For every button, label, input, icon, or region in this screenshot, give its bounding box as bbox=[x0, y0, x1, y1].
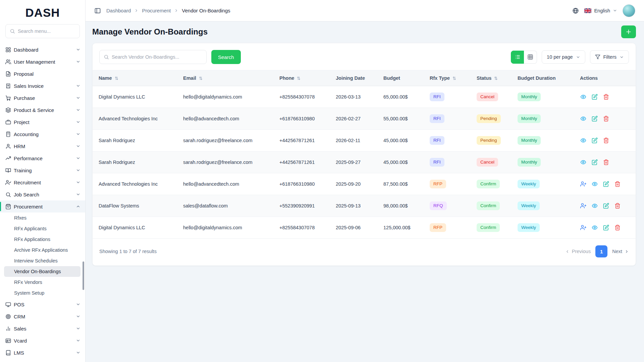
next-page-button[interactable]: Next bbox=[612, 249, 629, 254]
sidebar-item-project[interactable]: Project bbox=[0, 116, 85, 128]
duration-badge: Monthly bbox=[518, 136, 541, 145]
sidebar-item-job-search[interactable]: Job Search bbox=[0, 188, 85, 200]
eye-action-button[interactable] bbox=[591, 181, 598, 187]
sidebar-item-sales[interactable]: Sales bbox=[0, 322, 85, 335]
sidebar-item-system-setup[interactable]: System Setup bbox=[4, 288, 80, 298]
avatar[interactable] bbox=[623, 4, 635, 17]
sidebar-item-lms[interactable]: LMS bbox=[0, 347, 85, 359]
globe-icon[interactable] bbox=[572, 7, 579, 14]
sidebar-item-sales-invoice[interactable]: Sales Invoice bbox=[0, 80, 85, 92]
grid-view-button[interactable] bbox=[524, 51, 537, 64]
sidebar-search-input[interactable] bbox=[18, 28, 75, 34]
trash-action-button[interactable] bbox=[603, 115, 609, 122]
sidebar-item-proposal[interactable]: Proposal bbox=[0, 68, 85, 80]
book-icon bbox=[5, 350, 11, 356]
duration-badge: Weekly bbox=[518, 201, 540, 210]
trash-action-button[interactable] bbox=[603, 94, 609, 100]
sidebar-item-product-service[interactable]: Product & Service bbox=[0, 104, 85, 116]
eye-action-button[interactable] bbox=[591, 202, 598, 209]
cell-phone: +442567871261 bbox=[273, 130, 330, 152]
eye-action-button[interactable] bbox=[580, 115, 587, 122]
chevron-down-icon bbox=[76, 108, 80, 112]
sidebar-toggle-button[interactable] bbox=[94, 7, 101, 14]
filters-button[interactable]: Filters bbox=[590, 50, 629, 64]
sidebar-item-pos[interactable]: POS bbox=[0, 298, 85, 310]
sidebar-item-procurement[interactable]: Procurement bbox=[0, 200, 85, 213]
column-header-name[interactable]: Name bbox=[93, 70, 177, 86]
uk-flag-icon bbox=[584, 8, 591, 13]
chevron-down-icon bbox=[76, 168, 80, 173]
duration-badge: Monthly bbox=[518, 114, 541, 123]
sidebar-item-training[interactable]: Training bbox=[0, 164, 85, 176]
column-header-phone[interactable]: Phone bbox=[273, 70, 330, 86]
eye-action-button[interactable] bbox=[580, 159, 587, 166]
user-plus-action-button[interactable] bbox=[580, 202, 587, 209]
sidebar-item-recruitment[interactable]: Recruitment bbox=[0, 176, 85, 188]
eye-action-button[interactable] bbox=[580, 94, 587, 100]
previous-page-button[interactable]: Previous bbox=[565, 249, 591, 254]
edit-action-button[interactable] bbox=[603, 224, 609, 231]
edit-action-button[interactable] bbox=[591, 159, 598, 166]
sidebar-item-cmms[interactable]: CMMS bbox=[0, 359, 85, 362]
sidebar-item-user-management[interactable]: User Management bbox=[0, 56, 85, 68]
edit-action-button[interactable] bbox=[603, 202, 609, 209]
edit-action-button[interactable] bbox=[591, 94, 598, 100]
sidebar-item-rfx-applications[interactable]: RFx Applications bbox=[4, 234, 80, 245]
cell-budget: 87,500.00$ bbox=[377, 173, 424, 195]
eye-action-button[interactable] bbox=[580, 137, 587, 144]
sidebar-item-purchase[interactable]: Purchase bbox=[0, 92, 85, 104]
chevron-down-icon bbox=[76, 96, 80, 100]
cell-email: sarah.rodriguez@freelance.com bbox=[177, 152, 273, 173]
user-plus-action-button[interactable] bbox=[580, 224, 587, 231]
sidebar-item-accounting[interactable]: Accounting bbox=[0, 128, 85, 140]
sidebar-scrollbar[interactable] bbox=[83, 261, 84, 290]
edit-action-button[interactable] bbox=[591, 115, 598, 122]
per-page-select[interactable]: 10 per page bbox=[542, 50, 585, 64]
trash-action-button[interactable] bbox=[603, 137, 609, 144]
column-header-rfx-type[interactable]: Rfx Type bbox=[424, 70, 471, 86]
eye-action-button[interactable] bbox=[591, 224, 598, 231]
sidebar-item-rfx-applicants[interactable]: RFx Applicants bbox=[4, 223, 80, 234]
rfx-type-badge-cell: RFI bbox=[424, 130, 471, 152]
table-row: Sarah Rodriguezsarah.rodriguez@freelance… bbox=[93, 152, 636, 173]
breadcrumb-item-procurement[interactable]: Procurement bbox=[142, 8, 171, 13]
language-label: English bbox=[594, 8, 610, 13]
sidebar-item-rfx-vendors[interactable]: RFx Vendors bbox=[4, 277, 80, 288]
list-view-button[interactable] bbox=[511, 51, 524, 64]
sidebar-item-rfxes[interactable]: Rfxes bbox=[4, 213, 80, 223]
chevron-down-icon bbox=[76, 144, 80, 148]
search-button[interactable]: Search bbox=[211, 50, 241, 64]
trash-action-button[interactable] bbox=[614, 181, 621, 187]
status-badge: Confirm bbox=[477, 223, 500, 232]
edit-action-button[interactable] bbox=[591, 137, 598, 144]
trash-action-button[interactable] bbox=[614, 202, 621, 209]
sidebar-item-vcard[interactable]: Vcard bbox=[0, 335, 85, 347]
page-1-button[interactable]: 1 bbox=[595, 245, 607, 257]
sidebar-item-interview-schedules[interactable]: Interview Schedules bbox=[4, 255, 80, 266]
sidebar-item-hrm[interactable]: HRM bbox=[0, 140, 85, 152]
cell-actions bbox=[574, 108, 636, 130]
table-search-input[interactable] bbox=[112, 54, 202, 60]
dashboard-icon bbox=[5, 47, 11, 53]
trash-action-button[interactable] bbox=[603, 159, 609, 166]
column-header-status[interactable]: Status bbox=[471, 70, 512, 86]
user-plus-action-button[interactable] bbox=[580, 181, 587, 187]
status-badge-cell: Confirm bbox=[471, 173, 512, 195]
column-label: Phone bbox=[279, 75, 294, 81]
sidebar-item-performance[interactable]: Performance bbox=[0, 152, 85, 164]
row-actions bbox=[580, 224, 630, 231]
rfx-type-badge: RFQ bbox=[430, 201, 447, 210]
add-vendor-button[interactable] bbox=[621, 25, 636, 38]
breadcrumb-item-dashboard[interactable]: Dashboard bbox=[106, 8, 131, 13]
cell-actions bbox=[574, 130, 636, 152]
sidebar-item-dashboard[interactable]: Dashboard bbox=[0, 44, 85, 56]
language-selector[interactable]: English bbox=[584, 8, 617, 13]
chevron-down-icon bbox=[76, 302, 80, 307]
trash-action-button[interactable] bbox=[614, 224, 621, 231]
column-header-email[interactable]: Email bbox=[177, 70, 273, 86]
sidebar-item-vendor-on-boardings[interactable]: Vendor On-Boardings bbox=[4, 266, 80, 277]
sidebar-item-crm[interactable]: CRM bbox=[0, 310, 85, 322]
cell-email: hello@advancedtech.com bbox=[177, 108, 273, 130]
edit-action-button[interactable] bbox=[603, 181, 609, 187]
sidebar-item-archive-rfx-applications[interactable]: Archive RFx Applications bbox=[4, 245, 80, 255]
